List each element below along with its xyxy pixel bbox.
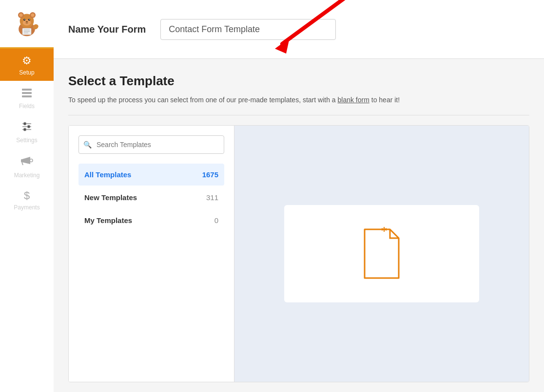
- payments-icon: $: [24, 190, 30, 201]
- svg-point-25: [23, 128, 26, 131]
- template-preview-card: [284, 205, 479, 302]
- marketing-icon: [20, 155, 33, 169]
- sidebar-item-settings[interactable]: Settings: [0, 114, 54, 149]
- top-bar: Name Your Form: [54, 0, 544, 59]
- svg-point-21: [23, 122, 26, 125]
- svg-point-5: [31, 13, 34, 17]
- template-right-panel: [234, 126, 529, 382]
- divider: [68, 115, 529, 115]
- svg-rect-19: [22, 95, 32, 97]
- sidebar-item-label: Settings: [16, 137, 37, 144]
- blank-form-link[interactable]: blank form: [338, 96, 369, 104]
- settings-icon: [21, 121, 33, 134]
- svg-rect-18: [22, 92, 32, 94]
- svg-point-23: [27, 125, 30, 128]
- svg-rect-26: [21, 159, 23, 162]
- sidebar-item-setup[interactable]: ⚙ Setup: [0, 49, 54, 81]
- svg-line-27: [22, 162, 23, 165]
- category-my-templates[interactable]: My Templates 0: [78, 209, 224, 231]
- section-title: Select a Template: [68, 74, 529, 89]
- svg-point-7: [23, 19, 25, 20]
- bear-mascot-icon: [12, 9, 41, 38]
- svg-point-4: [19, 13, 22, 17]
- svg-rect-17: [22, 89, 32, 91]
- svg-point-9: [24, 19, 25, 19]
- section-description: To speed up the process you can select f…: [68, 94, 529, 105]
- template-left-panel: 🔍 All Templates 1675 New Templates 311 M…: [69, 126, 234, 382]
- sidebar-item-marketing[interactable]: Marketing: [0, 149, 54, 184]
- sidebar-item-label: Marketing: [14, 172, 40, 179]
- sidebar-logo: [0, 0, 54, 49]
- sidebar-item-payments[interactable]: $ Payments: [0, 184, 54, 216]
- svg-point-8: [28, 19, 30, 20]
- search-input[interactable]: [78, 135, 224, 154]
- category-new-templates[interactable]: New Templates 311: [78, 187, 224, 208]
- svg-point-11: [26, 21, 28, 22]
- sidebar-item-label: Fields: [19, 103, 35, 110]
- fields-icon: [21, 88, 33, 100]
- sidebar: ⚙ Setup Fields: [0, 0, 54, 392]
- template-file-icon: [360, 227, 404, 280]
- red-arrow-icon: [214, 0, 370, 73]
- main-content: Name Your Form Select a Template To spee…: [54, 0, 544, 392]
- content-area: Select a Template To speed up the proces…: [54, 59, 544, 392]
- svg-point-10: [29, 19, 30, 19]
- svg-marker-31: [275, 38, 290, 54]
- template-area: 🔍 All Templates 1675 New Templates 311 M…: [68, 125, 529, 382]
- category-all-templates[interactable]: All Templates 1675: [78, 164, 224, 186]
- setup-icon: ⚙: [22, 56, 32, 66]
- sidebar-item-fields[interactable]: Fields: [0, 81, 54, 114]
- sidebar-item-label: Setup: [19, 69, 34, 76]
- template-category-list: All Templates 1675 New Templates 311 My …: [78, 164, 224, 231]
- search-box: 🔍: [78, 135, 224, 154]
- form-name-label: Name Your Form: [68, 24, 146, 35]
- arrow-annotation: [350, 10, 529, 49]
- sidebar-item-label: Payments: [14, 204, 39, 211]
- svg-line-29: [282, 0, 355, 44]
- search-icon: 🔍: [83, 141, 92, 149]
